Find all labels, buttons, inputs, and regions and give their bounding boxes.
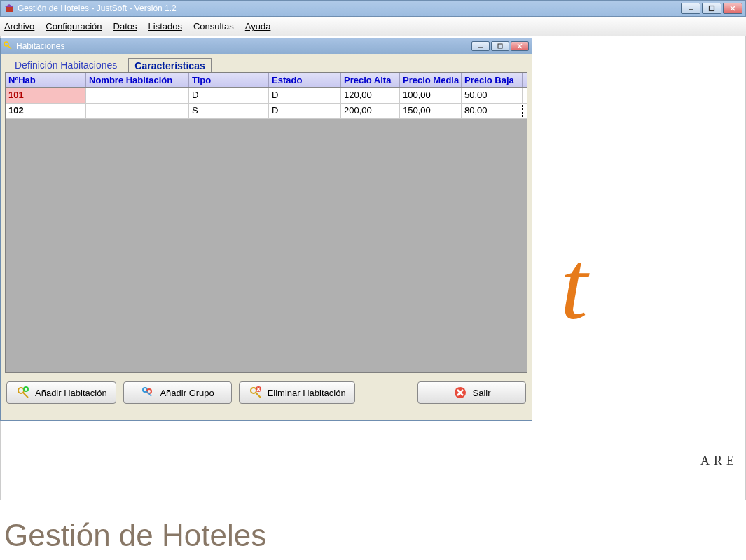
cell-nhab[interactable]: 102 [6,104,86,118]
svg-rect-0 [6,6,13,12]
cell-alta[interactable]: 120,00 [341,88,400,103]
grid-body: 101 D D 120,00 100,00 50,00 102 S D 200,… [6,88,527,119]
cell-estado[interactable]: D [269,88,341,103]
button-label: Salir [472,388,490,398]
menu-consultas[interactable]: Consultas [193,21,234,31]
menu-ayuda[interactable]: Ayuda [245,21,271,31]
cell-media[interactable]: 150,00 [400,104,462,118]
child-title: Habitaciones [16,41,64,51]
col-nombre[interactable]: Nombre Habitación [86,73,189,88]
maximize-button[interactable] [702,3,721,14]
table-row[interactable]: 102 S D 200,00 150,00 80,00 [6,104,527,119]
main-client-area: t ARE Habitaciones Definición Habi [0,36,746,500]
col-precio-alta[interactable]: Precio Alta [341,73,400,88]
grid-header: NºHab Nombre Habitación Tipo Estado Prec… [6,73,527,88]
close-circle-icon [453,385,468,400]
cell-estado[interactable]: D [269,104,341,118]
cell-tipo[interactable]: D [189,88,269,103]
menu-configuracion[interactable]: Configuración [46,21,102,31]
cell-nombre[interactable] [86,104,189,118]
col-tipo[interactable]: Tipo [189,73,269,88]
cell-tipo[interactable]: S [189,104,269,118]
button-label: Añadir Habitación [35,388,107,398]
cell-alta[interactable]: 200,00 [341,104,400,118]
keys-group-icon [140,385,156,400]
svg-line-21 [256,393,261,398]
col-nhab[interactable]: NºHab [6,73,86,88]
svg-line-13 [23,393,28,398]
child-maximize-button[interactable] [491,41,509,51]
cell-nombre[interactable] [86,88,189,103]
tab-definicion[interactable]: Definición Habitaciones [9,58,123,72]
col-precio-baja[interactable]: Precio Baja [462,73,523,88]
tab-caracteristicas[interactable]: Características [128,58,211,73]
cell-nhab[interactable]: 101 [6,88,86,103]
svg-rect-9 [498,44,502,48]
exit-button[interactable]: Salir [417,382,526,404]
svg-line-7 [8,46,11,49]
child-titlebar: Habitaciones [1,38,532,54]
brand-partial-text: ARE [700,454,738,468]
col-precio-media[interactable]: Precio Media [400,73,462,88]
key-icon [4,41,13,51]
window-controls [681,3,742,14]
button-label: Eliminar Habitación [268,388,346,398]
menu-archivo[interactable]: Archivo [4,21,34,31]
cell-baja[interactable]: 50,00 [462,88,523,103]
child-window-controls [471,41,529,51]
table-row[interactable]: 101 D D 120,00 100,00 50,00 [6,88,527,104]
svg-marker-1 [5,4,13,7]
cell-baja[interactable]: 80,00 [462,104,523,118]
key-delete-icon [248,385,263,400]
key-plus-icon [15,385,31,400]
menubar: Archivo Configuración Datos Listados Con… [0,17,746,36]
delete-room-button[interactable]: Eliminar Habitación [239,382,355,404]
svg-rect-3 [710,6,714,11]
app-title: Gestión de Hoteles - JustSoft - Versión … [18,4,177,13]
menu-listados[interactable]: Listados [148,21,182,31]
add-group-button[interactable]: Añadir Grupo [123,382,232,404]
button-label: Añadir Grupo [160,388,214,398]
app-icon [4,3,15,14]
app-titlebar: Gestión de Hoteles - JustSoft - Versión … [0,0,746,17]
svg-point-20 [251,388,256,393]
tabs: Definición Habitaciones Características [1,54,532,72]
col-estado[interactable]: Estado [269,73,341,88]
close-button[interactable] [723,3,742,14]
child-minimize-button[interactable] [471,41,490,51]
svg-point-12 [18,388,24,393]
menu-datos[interactable]: Datos [113,21,137,31]
child-close-button[interactable] [511,41,529,51]
rooms-grid[interactable]: NºHab Nombre Habitación Tipo Estado Prec… [5,72,527,373]
footer-title: Gestión de Hoteles [4,518,266,553]
habitaciones-window: Habitaciones Definición Habitaciones Car… [0,38,532,421]
minimize-button[interactable] [681,3,700,14]
button-row: Añadir Habitación Añadir Grupo Eliminar … [1,373,532,412]
brand-letter-icon: t [560,229,588,342]
add-room-button[interactable]: Añadir Habitación [6,382,116,404]
cell-media[interactable]: 100,00 [400,88,462,103]
